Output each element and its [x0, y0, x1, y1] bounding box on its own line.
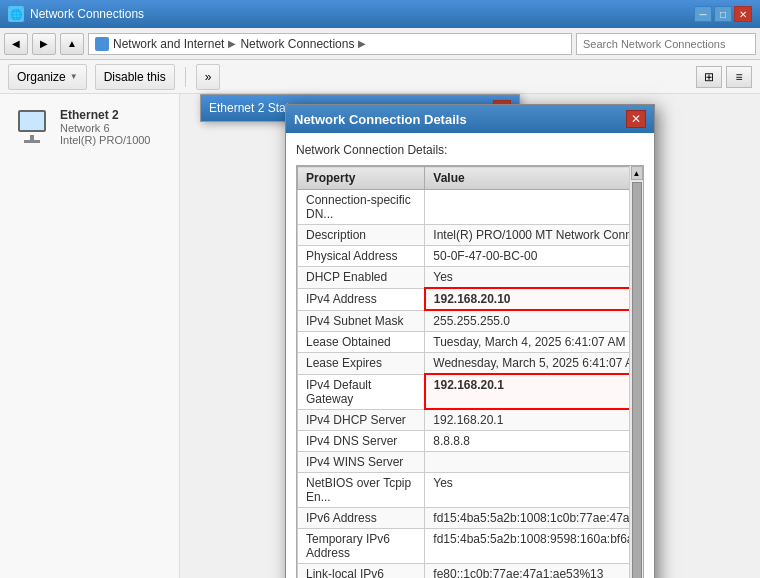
dialog-subtitle: Network Connection Details: — [296, 143, 644, 157]
property-cell: IPv4 Subnet Mask — [298, 310, 425, 332]
dialog-body: Network Connection Details: Property Val… — [286, 133, 654, 578]
property-cell: IPv6 Address — [298, 508, 425, 529]
toolbar-sep — [185, 67, 186, 87]
table-row: IPv4 WINS Server — [298, 452, 643, 473]
value-cell: 255.255.255.0 — [425, 310, 642, 332]
property-cell: Connection-specific DN... — [298, 190, 425, 225]
table-row: Temporary IPv6 Addressfd15:4ba5:5a2b:100… — [298, 529, 643, 564]
nav-back-button[interactable]: ◀ — [4, 33, 28, 55]
network-details-dialog: Network Connection Details ✕ Network Con… — [285, 104, 655, 578]
toolbar: Organize ▼ Disable this » ⊞ ≡ — [0, 60, 760, 94]
value-cell: 192.168.20.10 — [425, 288, 642, 310]
table-row: IPv6 Addressfd15:4ba5:5a2b:1008:1c0b:77a… — [298, 508, 643, 529]
base-icon — [24, 140, 40, 143]
property-cell: IPv4 Address — [298, 288, 425, 310]
maximize-button[interactable]: □ — [714, 6, 732, 22]
dialog-titlebar: Network Connection Details ✕ — [286, 105, 654, 133]
window-title: Network Connections — [30, 7, 688, 21]
dialog-close-button[interactable]: ✕ — [626, 110, 646, 128]
scroll-up-button[interactable]: ▲ — [631, 166, 643, 180]
table-row: IPv4 DHCP Server192.168.20.1 — [298, 409, 643, 431]
left-panel: Ethernet 2 Network 6 Intel(R) PRO/1000 — [0, 94, 180, 578]
disable-label: Disable this — [104, 70, 166, 84]
property-cell: Temporary IPv6 Address — [298, 529, 425, 564]
table-row: Link-local IPv6 Addressfe80::1c0b:77ae:4… — [298, 564, 643, 579]
dialog-title: Network Connection Details — [294, 112, 620, 127]
nav-forward-button[interactable]: ▶ — [32, 33, 56, 55]
path-segment2: Network Connections — [240, 37, 354, 51]
search-input[interactable] — [576, 33, 756, 55]
value-cell — [425, 452, 642, 473]
table-row: Lease ObtainedTuesday, March 4, 2025 6:4… — [298, 332, 643, 353]
network-info: Ethernet 2 Network 6 Intel(R) PRO/1000 — [60, 108, 167, 146]
property-cell: IPv4 DNS Server — [298, 431, 425, 452]
properties-table-wrapper: Property Value Connection-specific DN...… — [296, 165, 644, 578]
property-cell: Lease Obtained — [298, 332, 425, 353]
scroll-thumb[interactable] — [632, 182, 642, 578]
value-cell: fd15:4ba5:5a2b:1008:9598:160a:bf6a — [425, 529, 642, 564]
table-row: DescriptionIntel(R) PRO/1000 MT Network … — [298, 225, 643, 246]
property-cell: Description — [298, 225, 425, 246]
table-row: Lease ExpiresWednesday, March 5, 2025 6:… — [298, 353, 643, 375]
value-cell — [425, 190, 642, 225]
window-controls: ─ □ ✕ — [694, 6, 752, 22]
vertical-scrollbar[interactable]: ▲ ▼ — [629, 166, 643, 578]
more-button[interactable]: » — [196, 64, 221, 90]
disable-button[interactable]: Disable this — [95, 64, 175, 90]
window-close-button[interactable]: ✕ — [734, 6, 752, 22]
property-cell: IPv4 WINS Server — [298, 452, 425, 473]
nav-up-button[interactable]: ▲ — [60, 33, 84, 55]
window-icon: 🌐 — [8, 6, 24, 22]
value-cell: fd15:4ba5:5a2b:1008:1c0b:77ae:47a — [425, 508, 642, 529]
property-cell: Lease Expires — [298, 353, 425, 375]
path-segment1: Network and Internet — [113, 37, 224, 51]
table-row: DHCP EnabledYes — [298, 267, 643, 289]
value-cell: Tuesday, March 4, 2025 6:41:07 AM — [425, 332, 642, 353]
network-type: Network 6 — [60, 122, 167, 134]
value-cell: Wednesday, March 5, 2025 6:41:07 A — [425, 353, 642, 375]
path-sep1: ▶ — [228, 38, 236, 49]
property-cell: Link-local IPv6 Address — [298, 564, 425, 579]
details-view-button[interactable]: ≡ — [726, 66, 752, 88]
path-icon — [95, 37, 109, 51]
status-bar-area: Ethernet 2 Status ✕ Network Connection D… — [180, 94, 760, 578]
value-cell: Yes — [425, 473, 642, 508]
property-cell: IPv4 DHCP Server — [298, 409, 425, 431]
address-bar: ◀ ▶ ▲ Network and Internet ▶ Network Con… — [0, 28, 760, 60]
table-row: NetBIOS over Tcpip En...Yes — [298, 473, 643, 508]
minimize-button[interactable]: ─ — [694, 6, 712, 22]
table-row: IPv4 Subnet Mask255.255.255.0 — [298, 310, 643, 332]
value-cell: 192.168.20.1 — [425, 374, 642, 409]
main-content: Ethernet 2 Network 6 Intel(R) PRO/1000 E… — [0, 94, 760, 578]
value-cell: 50-0F-47-00-BC-00 — [425, 246, 642, 267]
table-row: IPv4 DNS Server8.8.8.8 — [298, 431, 643, 452]
table-row: IPv4 Address192.168.20.10 — [298, 288, 643, 310]
network-name: Ethernet 2 — [60, 108, 167, 122]
toolbar-right: ⊞ ≡ — [696, 66, 752, 88]
network-item[interactable]: Ethernet 2 Network 6 Intel(R) PRO/1000 — [8, 102, 171, 152]
property-cell: DHCP Enabled — [298, 267, 425, 289]
title-bar: 🌐 Network Connections ─ □ ✕ — [0, 0, 760, 28]
organize-button[interactable]: Organize ▼ — [8, 64, 87, 90]
dialog-overlay: Network Connection Details ✕ Network Con… — [180, 94, 760, 578]
path-sep2: ▶ — [358, 38, 366, 49]
address-path[interactable]: Network and Internet ▶ Network Connectio… — [88, 33, 572, 55]
view-toggle-button[interactable]: ⊞ — [696, 66, 722, 88]
value-cell: fe80::1c0b:77ae:47a1:ae53%13 — [425, 564, 642, 579]
network-icon — [12, 110, 52, 145]
table-row: Physical Address50-0F-47-00-BC-00 — [298, 246, 643, 267]
more-icon: » — [205, 70, 212, 84]
network-adapter: Intel(R) PRO/1000 — [60, 134, 167, 146]
table-row: Connection-specific DN... — [298, 190, 643, 225]
property-cell: IPv4 Default Gateway — [298, 374, 425, 409]
monitor-icon — [18, 110, 46, 132]
value-cell: Intel(R) PRO/1000 MT Network Conn — [425, 225, 642, 246]
value-cell: 192.168.20.1 — [425, 409, 642, 431]
property-cell: NetBIOS over Tcpip En... — [298, 473, 425, 508]
organize-label: Organize — [17, 70, 66, 84]
properties-table: Property Value Connection-specific DN...… — [297, 166, 643, 578]
property-cell: Physical Address — [298, 246, 425, 267]
value-cell: Yes — [425, 267, 642, 289]
table-row: IPv4 Default Gateway192.168.20.1 — [298, 374, 643, 409]
col-property: Property — [298, 167, 425, 190]
